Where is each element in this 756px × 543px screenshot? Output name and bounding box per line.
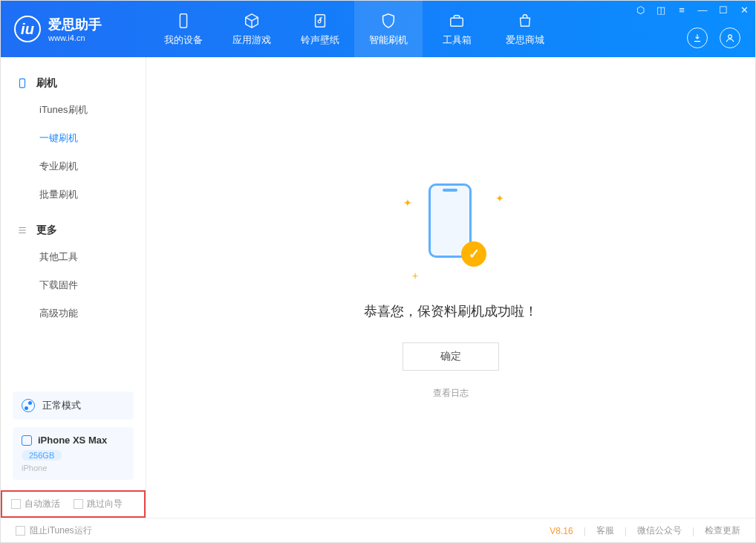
- device-capacity: 256GB: [22, 450, 62, 461]
- shield-icon: [379, 11, 398, 30]
- bag-icon: [515, 11, 535, 30]
- phone-icon: [17, 77, 29, 89]
- maximize-button[interactable]: ☐: [717, 3, 730, 16]
- sidebar-item-itunes-flash[interactable]: iTunes刷机: [1, 96, 146, 124]
- minimize-button[interactable]: —: [696, 3, 709, 16]
- device-card[interactable]: iPhone XS Max 256GB iPhone: [13, 427, 134, 480]
- nav-apps-games[interactable]: 应用游戏: [218, 1, 286, 57]
- checkbox-icon: [16, 526, 25, 536]
- sidebar-item-onekey-flash[interactable]: 一键刷机: [1, 124, 146, 152]
- sidebar-item-advanced[interactable]: 高级功能: [1, 299, 146, 328]
- nav-my-device[interactable]: 我的设备: [149, 1, 218, 57]
- view-log-link[interactable]: 查看日志: [433, 387, 469, 400]
- svg-rect-0: [180, 14, 186, 27]
- sidebar-section-more: 更多: [1, 218, 146, 243]
- ok-button[interactable]: 确定: [403, 342, 499, 371]
- list-icon: [17, 224, 29, 236]
- device-mode[interactable]: 正常模式: [13, 391, 134, 420]
- window-controls: ⬡ ◫ ≡ — ☐ ✕: [633, 3, 751, 16]
- checkbox-block-itunes[interactable]: 阻止iTunes运行: [16, 524, 92, 537]
- logo: iu 爱思助手 www.i4.cn: [1, 1, 149, 57]
- footer: 阻止iTunes运行 V8.16 | 客服 | 微信公众号 | 检查更新: [1, 518, 755, 543]
- logo-icon: iu: [14, 16, 41, 42]
- sidebar-item-pro-flash[interactable]: 专业刷机: [1, 152, 146, 181]
- nav-smart-flash[interactable]: 智能刷机: [354, 1, 423, 57]
- svg-rect-2: [451, 18, 463, 26]
- footer-wechat-link[interactable]: 微信公众号: [637, 524, 682, 537]
- checkbox-icon: [74, 499, 83, 509]
- footer-support-link[interactable]: 客服: [596, 524, 614, 537]
- shirt-icon[interactable]: ⬡: [633, 3, 647, 16]
- menu-icon[interactable]: ≡: [675, 3, 688, 16]
- svg-rect-4: [20, 79, 25, 88]
- user-button[interactable]: [720, 27, 740, 48]
- sidebar-item-batch-flash[interactable]: 批量刷机: [1, 181, 146, 209]
- download-button[interactable]: [687, 27, 708, 48]
- success-illustration: ✓ ✦✦+: [399, 176, 503, 280]
- sidebar-item-download-firmware[interactable]: 下载固件: [1, 271, 146, 299]
- main-nav: 我的设备 应用游戏 铃声壁纸 智能刷机 工具箱 爱思商城: [149, 1, 559, 57]
- device-icon: [22, 435, 32, 446]
- nav-store[interactable]: 爱思商城: [491, 1, 559, 57]
- checkbox-skip-guide[interactable]: 跳过向导: [74, 498, 123, 510]
- main-content: ✓ ✦✦+ 恭喜您，保资料刷机成功啦！ 确定 查看日志: [146, 57, 755, 518]
- sidebar: 刷机 iTunes刷机 一键刷机 专业刷机 批量刷机 更多 其他工具 下载固件 …: [1, 57, 146, 518]
- header: iu 爱思助手 www.i4.cn 我的设备 应用游戏 铃声壁纸 智能刷机 工具…: [1, 1, 755, 57]
- sidebar-item-other-tools[interactable]: 其他工具: [1, 243, 146, 271]
- nav-toolbox[interactable]: 工具箱: [423, 1, 491, 57]
- lock-icon[interactable]: ◫: [654, 3, 668, 16]
- check-badge-icon: ✓: [461, 241, 486, 267]
- version-label: V8.16: [550, 526, 573, 536]
- success-message: 恭喜您，保资料刷机成功啦！: [364, 302, 538, 320]
- cube-icon: [242, 11, 261, 30]
- sidebar-section-flash: 刷机: [1, 71, 146, 96]
- checkbox-auto-activate[interactable]: 自动激活: [11, 498, 60, 510]
- checkbox-icon: [11, 499, 21, 509]
- music-icon: [310, 11, 330, 30]
- device-type: iPhone: [22, 464, 125, 472]
- svg-point-3: [729, 35, 732, 39]
- toolbox-icon: [447, 11, 466, 30]
- device-icon: [174, 11, 193, 30]
- mode-icon: [22, 399, 35, 412]
- options-row: 自动激活 跳过向导: [1, 490, 146, 518]
- app-subtitle: www.i4.cn: [48, 33, 102, 42]
- close-button[interactable]: ✕: [737, 3, 751, 16]
- nav-ringtone-wallpaper[interactable]: 铃声壁纸: [286, 1, 354, 57]
- app-title: 爱思助手: [48, 16, 102, 33]
- device-name: iPhone XS Max: [38, 435, 107, 446]
- footer-update-link[interactable]: 检查更新: [705, 524, 740, 537]
